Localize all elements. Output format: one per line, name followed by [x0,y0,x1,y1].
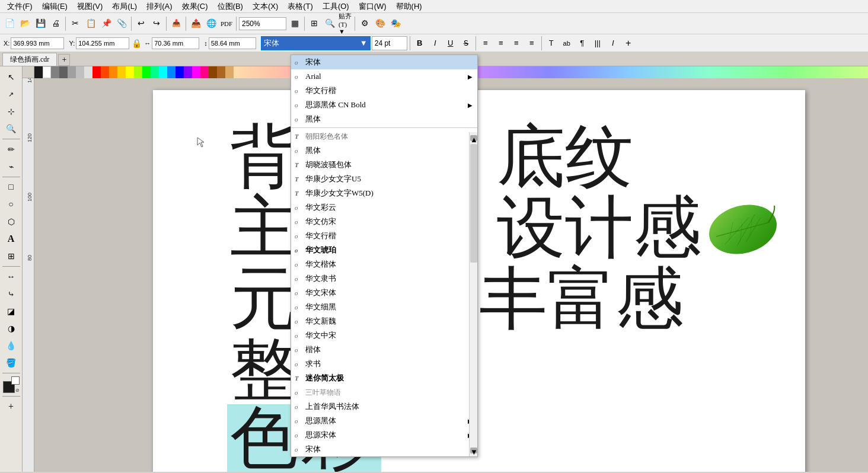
publish-button[interactable]: 🌐 [204,17,218,31]
redo-button[interactable]: ↪ [149,17,164,31]
color-blue-cyan[interactable] [167,66,175,78]
font-item-huawen-xingkai2[interactable]: o 华文行楷 [291,229,477,243]
script-button[interactable]: I [606,36,620,50]
font-item-shangshou[interactable]: o 上首华凤书法体 [291,400,477,414]
menu-layout[interactable]: 布局(L) [107,0,142,13]
menu-table[interactable]: 表格(T) [283,0,318,13]
undo-button[interactable]: ↩ [134,17,148,31]
color-silver[interactable] [84,66,92,78]
new-button[interactable]: 📄 [2,17,17,31]
font-item-huakang1[interactable]: T 华康少女文字U5 [291,172,477,186]
color-tan[interactable] [217,66,225,78]
fill-tool[interactable]: 🪣 [2,354,21,371]
paste-special-button[interactable]: 📎 [114,17,129,31]
color-brown[interactable] [209,66,217,78]
export-button[interactable]: 📤 [189,17,203,31]
menu-edit[interactable]: 编辑(E) [37,0,72,13]
text-tool[interactable]: A [2,231,21,247]
menu-view[interactable]: 视图(V) [72,0,107,13]
color-yellow[interactable] [126,66,134,78]
color-sand[interactable] [225,66,234,78]
h-input[interactable] [209,37,256,49]
copy-button[interactable]: 📋 [84,17,98,31]
insert-char-button[interactable]: + [621,36,636,50]
color-orange[interactable] [109,66,117,78]
font-item-huakang2[interactable]: T 华康少女文字W5(D) [291,186,477,200]
paste-button[interactable]: 📌 [99,17,113,31]
font-item-siyuan-bold[interactable]: o 思源黑体 CN Bold ▶ [291,98,477,112]
cut-button[interactable]: ✂ [68,17,82,31]
font-item-huawen-xinwei[interactable]: o 华文新魏 [291,314,477,328]
font-item-huawen-songti[interactable]: o 华文宋体 [291,286,477,300]
freehand-tool[interactable]: ✏ [2,141,21,158]
new-tab-button[interactable]: + [58,54,70,66]
para-button[interactable]: ¶ [575,36,589,50]
menu-bitmap[interactable]: 位图(B) [213,0,248,13]
scroll-down-arrow[interactable]: ▼ [470,448,477,453]
crop-tool[interactable]: ⊹ [2,103,21,120]
scrollbar-thumb[interactable] [470,144,477,263]
font-item-siyuansongti[interactable]: o 思源宋体 ▶ [291,428,477,442]
color-magenta[interactable] [192,66,200,78]
menu-help[interactable]: 帮助(H) [391,0,427,13]
color-cyan[interactable] [159,66,167,78]
font-combo[interactable]: 宋体 ▼ [261,36,371,50]
file-tab[interactable]: 绿色插画.cdr [2,53,57,66]
color-yellow-green[interactable] [134,66,142,78]
strikethrough-button[interactable]: S̶ [459,36,473,50]
font-item-qiushu[interactable]: o 求书 [291,357,477,371]
zoom-levels-button[interactable]: ▦ [288,17,302,31]
color-yellow-orange[interactable] [117,66,126,78]
underline-button[interactable]: U [443,36,458,50]
font-item-minijian-taiji[interactable]: T 迷你简太极 [291,371,477,385]
font-item-kaiti[interactable]: o 楷体 [291,343,477,357]
print-button[interactable]: 🖨 [49,17,63,31]
align-right-button[interactable]: ≡ [509,36,524,50]
font-item-huawen-kaiti[interactable]: o 华文楷体 [291,257,477,271]
align-left-button[interactable]: ≡ [478,36,493,50]
font-item-huawen-fangsong[interactable]: o 华文仿宋 [291,215,477,229]
color-lightgray[interactable] [76,66,84,78]
italic-button[interactable]: I [428,36,442,50]
import-button[interactable]: 📥 [169,17,183,31]
font-item-huawen-hupo[interactable]: o 华文琥珀 [291,243,477,257]
text-options-button[interactable]: T [544,36,559,50]
color-blue[interactable] [175,66,184,78]
color-midgray[interactable] [68,66,76,78]
font-item-heiti[interactable]: o 黑体 [291,143,477,158]
color-red[interactable] [92,66,101,78]
menu-effects[interactable]: 效果(C) [177,0,213,13]
w-input[interactable] [152,37,199,49]
palette-button[interactable]: 🎭 [388,17,403,31]
scroll-up-arrow[interactable]: ▲ [470,135,477,141]
menu-tools[interactable]: 工具(O) [318,0,354,13]
font-item-huawen-lishu[interactable]: o 华文隶书 [291,271,477,286]
pdf-button[interactable]: PDF [219,17,234,31]
color-darkgray[interactable] [59,66,68,78]
view-manager-button[interactable]: 🔍 [323,17,337,31]
font-item-sanyecao[interactable]: o 三叶草物语 [291,385,477,400]
font-item-arial[interactable]: o Arial ▶ [291,69,477,84]
smart-draw-tool[interactable]: ⌁ [2,158,21,175]
color-green-cyan[interactable] [151,66,159,78]
menu-text[interactable]: 文本(X) [248,0,283,13]
font-item-chaoyangcaize[interactable]: T 朝阳彩色名体 [291,129,477,143]
menu-arrange[interactable]: 排列(A) [142,0,177,13]
font-item-huawen-xingkai[interactable]: o 华文行楷 [291,84,477,98]
columns-button[interactable]: ||| [591,36,605,50]
color-button[interactable]: 🎨 [373,17,387,31]
select-shape-tool[interactable]: ↗ [2,86,21,103]
font-scroll-area[interactable]: T 朝阳彩色名体 o 黑体 T 胡晓波骚包体 T [291,129,477,456]
y-input[interactable] [76,37,129,49]
snap-button[interactable]: 贴齐(T) ▼ [338,17,352,31]
ellipse-tool[interactable]: ○ [2,196,21,213]
align-center-button[interactable]: ≡ [494,36,508,50]
color-white[interactable] [43,66,51,78]
bold-button[interactable]: B [413,36,427,50]
shadow-tool[interactable]: ◪ [2,303,21,319]
color-violet[interactable] [184,66,192,78]
polygon-tool[interactable]: ⬡ [2,213,21,230]
color-black[interactable] [34,66,43,78]
table-tool[interactable]: ⊞ [2,248,21,264]
font-item-heiti-top[interactable]: o 黑体 [291,112,477,126]
